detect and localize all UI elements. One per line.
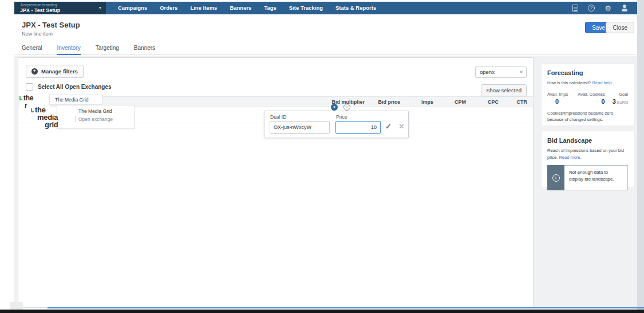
deal-id-field[interactable] bbox=[270, 121, 330, 134]
tab-inventory[interactable]: Inventory bbox=[57, 41, 81, 55]
nav-item-tags[interactable]: Tags bbox=[258, 2, 282, 14]
forecasting-stats: Avail. Imps 0 Avail. Cookies 0 Goal 3EUR… bbox=[547, 92, 628, 105]
page-subtitle: New line item bbox=[22, 31, 53, 37]
bid-landscape-card: Bid Landscape Reach of impressions based… bbox=[541, 131, 634, 188]
tab-banners[interactable]: Banners bbox=[134, 41, 155, 55]
chevron-down-circle-icon[interactable]: ▾ bbox=[331, 104, 338, 111]
scrollbar-fragment bbox=[10, 302, 23, 310]
exchange-group-tooltip: The Media Grid bbox=[49, 95, 102, 105]
nav-utility-icons: ? ⚙ bbox=[572, 2, 637, 14]
column-cpm: CPM bbox=[433, 99, 466, 105]
exchange-type: Open exchange bbox=[75, 116, 134, 122]
account-brand: Justpremium branding bbox=[20, 3, 94, 7]
exchange-search-box: ✕ bbox=[475, 66, 527, 78]
alert-icon-panel: i bbox=[547, 165, 564, 190]
gear-icon[interactable]: ⚙ bbox=[605, 5, 611, 12]
read-help-link[interactable]: Read help bbox=[592, 80, 611, 85]
nav-item-orders[interactable]: Orders bbox=[153, 2, 184, 14]
column-ctr: CTR bbox=[499, 99, 527, 105]
show-selected-button[interactable]: Show selected bbox=[481, 84, 527, 96]
account-name: JPX - Test Setup bbox=[20, 7, 94, 13]
logo-green-mark-icon bbox=[19, 96, 22, 100]
close-button[interactable]: Close bbox=[606, 22, 634, 33]
forecasting-note: Cookies/Impressions became zero because … bbox=[547, 110, 628, 123]
select-all-label: Select All Open Exchanges bbox=[38, 84, 112, 90]
inventory-panel: + Manage filters ✕ Select All Open Excha… bbox=[18, 57, 534, 308]
tab-targeting[interactable]: Targeting bbox=[96, 41, 119, 55]
tab-bar: General Inventory Targeting Banners bbox=[14, 41, 637, 55]
deal-editor-popup: Deal ID Price ✓ ✕ bbox=[264, 111, 409, 138]
exchange-row[interactable]: The Media Grid Open exchange bbox=[57, 105, 135, 129]
clear-search-icon[interactable]: ✕ bbox=[519, 69, 523, 75]
stat-avail-imps: Avail. Imps 0 bbox=[547, 92, 576, 105]
select-all-checkbox[interactable] bbox=[26, 83, 33, 91]
forecasting-card: Forecasting How is this calculated? Read… bbox=[541, 63, 634, 126]
page-title: JPX - Test Setup bbox=[22, 21, 80, 29]
notes-icon[interactable] bbox=[572, 5, 578, 11]
nav-item-campaigns[interactable]: Campaigns bbox=[112, 2, 153, 14]
table-header-columns: Bid multiplier Bid price Imps CPM CPC CT… bbox=[319, 97, 527, 107]
forecasting-question: How is this calculated? bbox=[547, 80, 591, 85]
media-grid-logo: the media grid bbox=[31, 106, 58, 128]
user-icon[interactable] bbox=[621, 5, 628, 11]
help-icon[interactable]: ? bbox=[588, 5, 595, 11]
bid-landscape-title: Bid Landscape bbox=[547, 137, 628, 144]
goal-unit: EUR/d bbox=[617, 100, 628, 104]
plus-circle-icon: + bbox=[31, 68, 38, 75]
cancel-icon[interactable]: ✕ bbox=[398, 122, 405, 131]
account-switcher[interactable]: Justpremium branding JPX - Test Setup ▾ bbox=[14, 2, 106, 14]
select-all-row[interactable]: Select All Open Exchanges bbox=[26, 83, 112, 91]
alert-message: Not enough data to display bid landscape… bbox=[564, 165, 628, 190]
price-label: Price bbox=[336, 114, 347, 120]
nav-item-stats-reports[interactable]: Stats & Reports bbox=[329, 2, 382, 14]
read-more-link[interactable]: Read more. bbox=[559, 155, 581, 160]
app-screen: Justpremium branding JPX - Test Setup ▾ … bbox=[0, 0, 644, 313]
exchange-name: The Media Grid bbox=[75, 108, 134, 114]
stat-avail-cookies: Avail. Cookies 0 bbox=[576, 92, 605, 105]
forecasting-title: Forecasting bbox=[547, 69, 628, 76]
column-bid-price: Bid price bbox=[365, 99, 400, 105]
column-cpc: CPC bbox=[466, 99, 499, 105]
info-icon: i bbox=[552, 174, 560, 182]
info-circle-icon[interactable]: i bbox=[343, 104, 350, 111]
nav-item-site-tracking[interactable]: Site Tracking bbox=[283, 2, 329, 14]
deal-id-label: Deal ID bbox=[270, 114, 286, 120]
manage-filters-button[interactable]: + Manage filters bbox=[26, 65, 84, 78]
nav-items: Campaigns Orders Line Items Banners Tags… bbox=[112, 2, 382, 14]
manage-filters-label: Manage filters bbox=[41, 68, 78, 75]
top-nav: Justpremium branding JPX - Test Setup ▾ … bbox=[14, 2, 637, 14]
page-header: JPX - Test Setup New line item Save Clos… bbox=[14, 14, 637, 41]
nav-item-line-items[interactable]: Line Items bbox=[184, 2, 223, 14]
column-imps: Imps bbox=[400, 99, 433, 105]
panel-bottom-border bbox=[48, 307, 644, 308]
stat-goal: Goal 3EUR/d bbox=[605, 92, 628, 105]
nav-item-banners[interactable]: Banners bbox=[223, 2, 258, 14]
confirm-icon[interactable]: ✓ bbox=[385, 122, 392, 131]
tab-general[interactable]: General bbox=[22, 41, 42, 55]
window-bottom-edge bbox=[0, 310, 644, 313]
no-data-alert: i Not enough data to display bid landsca… bbox=[547, 165, 628, 190]
logo-green-mark-icon bbox=[31, 108, 34, 112]
column-bid-multiplier: Bid multiplier bbox=[319, 99, 365, 105]
chevron-down-icon: ▾ bbox=[99, 5, 101, 10]
window-right-edge bbox=[637, 0, 644, 313]
price-field[interactable] bbox=[335, 121, 381, 134]
